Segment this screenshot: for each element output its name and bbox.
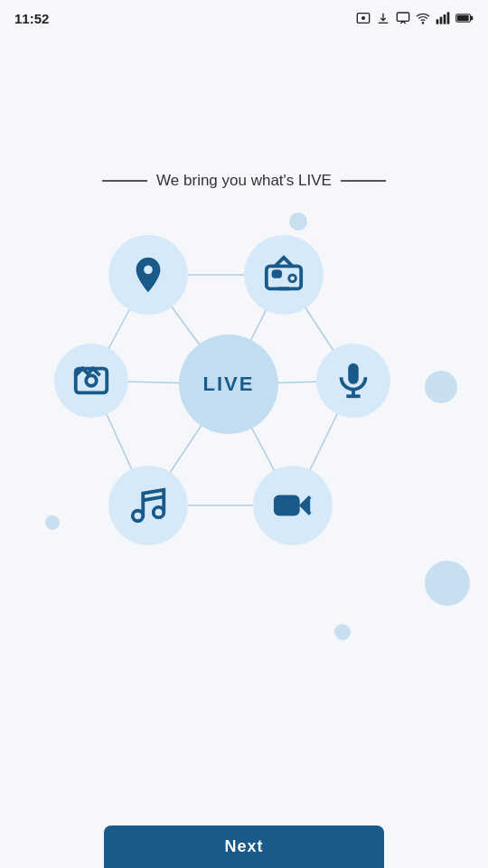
decorative-dot-5 bbox=[334, 624, 351, 640]
location-icon-circle bbox=[108, 235, 188, 315]
tagline-text: We bring you what's LIVE bbox=[156, 172, 332, 190]
tagline-line-right bbox=[341, 180, 386, 182]
wifi-icon bbox=[416, 11, 430, 25]
svg-point-30 bbox=[86, 375, 97, 386]
svg-point-28 bbox=[289, 275, 296, 282]
decorative-dot-4 bbox=[425, 561, 470, 606]
photo-icon bbox=[70, 360, 112, 401]
svg-rect-27 bbox=[274, 271, 281, 277]
video-icon-circle bbox=[253, 466, 333, 545]
battery-icon bbox=[455, 12, 474, 24]
tagline-line-left bbox=[102, 180, 147, 182]
svg-rect-31 bbox=[348, 363, 359, 384]
svg-rect-12 bbox=[457, 15, 469, 21]
mic-icon-circle bbox=[316, 344, 390, 418]
svg-rect-4 bbox=[397, 13, 408, 21]
music-icon bbox=[127, 485, 169, 526]
live-label: LIVE bbox=[203, 373, 255, 396]
svg-rect-9 bbox=[447, 12, 450, 24]
svg-rect-7 bbox=[440, 17, 443, 24]
decorative-dot-2 bbox=[425, 371, 457, 403]
video-icon bbox=[272, 485, 314, 526]
photo-icon-circle bbox=[54, 344, 128, 418]
music-icon-circle bbox=[108, 466, 188, 545]
svg-rect-11 bbox=[470, 16, 473, 20]
status-time: 11:52 bbox=[14, 11, 49, 26]
svg-point-1 bbox=[361, 16, 365, 20]
signal-icon bbox=[436, 11, 450, 25]
svg-rect-8 bbox=[444, 14, 446, 24]
svg-point-5 bbox=[422, 23, 423, 24]
decorative-dot-3 bbox=[45, 515, 60, 530]
screen-status-icon bbox=[396, 11, 410, 25]
svg-rect-6 bbox=[436, 19, 439, 24]
next-button[interactable]: Next bbox=[104, 826, 384, 868]
download-status-icon bbox=[376, 11, 390, 25]
location-icon bbox=[127, 254, 169, 296]
decorative-dot-1 bbox=[289, 212, 307, 231]
network-area: LIVE bbox=[27, 208, 461, 642]
status-bar: 11:52 bbox=[0, 0, 488, 36]
tagline-container: We bring you what's LIVE bbox=[102, 172, 386, 190]
svg-rect-34 bbox=[276, 496, 298, 514]
tv-icon-circle bbox=[244, 235, 324, 315]
live-icon-circle: LIVE bbox=[179, 335, 278, 434]
main-content: We bring you what's LIVE bbox=[0, 36, 488, 868]
photo-status-icon bbox=[356, 11, 371, 25]
mic-icon bbox=[333, 360, 374, 401]
tv-icon bbox=[263, 254, 305, 296]
status-icons bbox=[356, 11, 474, 25]
